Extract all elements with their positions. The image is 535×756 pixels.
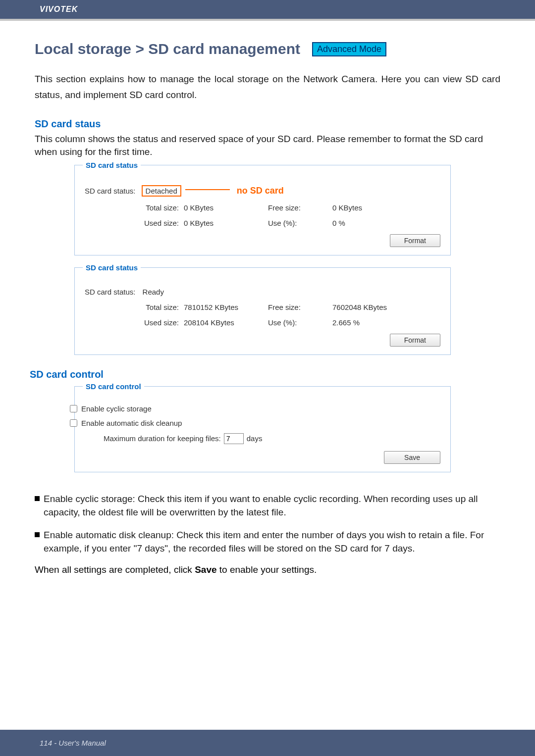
sd-status-heading: SD card staus — [35, 118, 500, 130]
stat-grid: Total size: 7810152 KBytes Free size: 76… — [105, 303, 440, 327]
content: Local storage > SD card management Advan… — [0, 21, 535, 575]
page-title-row: Local storage > SD card management Advan… — [35, 41, 500, 57]
cyclic-checkbox[interactable] — [70, 405, 77, 412]
total-size-label: Total size: — [105, 303, 184, 311]
fieldset-legend: SD card control — [83, 382, 144, 391]
max-duration-row: Maximum duration for keeping files: days — [104, 433, 440, 444]
max-duration-label: Maximum duration for keeping files: — [104, 434, 221, 443]
cyclic-label: Enable cyclic storage — [81, 404, 152, 413]
total-size-value: 0 KBytes — [184, 203, 268, 212]
stat-grid: Total size: 0 KBytes Free size: 0 KBytes… — [105, 203, 440, 227]
status-label: SD card status: — [85, 187, 136, 195]
status-label: SD card status: — [85, 288, 136, 296]
bullet-text: Enable cyclic storage: Check this item i… — [44, 492, 500, 519]
sd-control-heading: SD card control — [30, 369, 500, 380]
status-row: SD card status: Ready — [85, 288, 440, 296]
intro-text: This section explains how to manage the … — [35, 71, 500, 103]
use-pct-value: 2.665 % — [332, 318, 407, 327]
free-size-value: 7602048 KBytes — [332, 303, 407, 311]
use-pct-label: Use (%): — [268, 219, 332, 227]
use-pct-label: Use (%): — [268, 318, 332, 327]
save-btn-row: Save — [85, 451, 440, 464]
used-size-label: Used size: — [105, 318, 184, 327]
bullet-icon — [35, 496, 40, 501]
final-note: When all settings are completed, click S… — [35, 564, 500, 575]
used-size-value: 208104 KBytes — [184, 318, 268, 327]
used-size-label: Used size: — [105, 219, 184, 227]
fieldset-legend: SD card status — [83, 161, 141, 169]
max-duration-unit: days — [247, 434, 263, 443]
status-value-detached: Detached — [142, 185, 181, 197]
final-note-post: to enable your settings. — [217, 564, 317, 575]
annotation-no-sd: no SD card — [237, 186, 284, 196]
total-size-label: Total size: — [105, 203, 184, 212]
used-size-value: 0 KBytes — [184, 219, 268, 227]
final-note-pre: When all settings are completed, click — [35, 564, 195, 575]
bullet-item: Enable automatic disk cleanup: Check thi… — [35, 528, 500, 555]
sd-status-panel-detached: SD card status SD card status: Detached … — [74, 165, 451, 255]
brand-bar: VIVOTEK — [0, 0, 535, 19]
max-duration-input[interactable] — [224, 433, 244, 444]
footer: 114 - User's Manual — [0, 730, 535, 756]
cyclic-storage-row: Enable cyclic storage — [70, 404, 440, 413]
cleanup-label: Enable automatic disk cleanup — [81, 419, 182, 427]
bullet-text: Enable automatic disk cleanup: Check thi… — [44, 528, 500, 555]
format-button[interactable]: Format — [390, 234, 440, 247]
fieldset-legend: SD card status — [83, 263, 141, 272]
format-btn-row: Format — [85, 234, 440, 247]
sd-status-panel-ready: SD card status SD card status: Ready Tot… — [74, 267, 451, 355]
total-size-value: 7810152 KBytes — [184, 303, 268, 311]
cleanup-checkbox[interactable] — [70, 419, 77, 427]
bullet-icon — [35, 532, 40, 537]
auto-cleanup-row: Enable automatic disk cleanup — [70, 419, 440, 427]
free-size-value: 0 KBytes — [332, 203, 407, 212]
free-size-label: Free size: — [268, 303, 332, 311]
page-title: Local storage > SD card management — [35, 41, 300, 57]
status-value-ready: Ready — [143, 288, 164, 296]
use-pct-value: 0 % — [332, 219, 407, 227]
annotation-connector — [185, 189, 230, 190]
bullet-item: Enable cyclic storage: Check this item i… — [35, 492, 500, 519]
final-note-bold: Save — [195, 564, 216, 575]
bullet-list: Enable cyclic storage: Check this item i… — [35, 492, 500, 555]
format-button[interactable]: Format — [390, 334, 440, 347]
mode-badge: Advanced Mode — [312, 42, 386, 56]
free-size-label: Free size: — [268, 203, 332, 212]
sd-control-panel: SD card control Enable cyclic storage En… — [74, 386, 451, 472]
sd-status-desc: This column shows the status and reserve… — [35, 133, 500, 159]
format-btn-row: Format — [85, 334, 440, 347]
status-row: SD card status: Detached no SD card — [85, 185, 440, 197]
save-button[interactable]: Save — [384, 451, 440, 464]
